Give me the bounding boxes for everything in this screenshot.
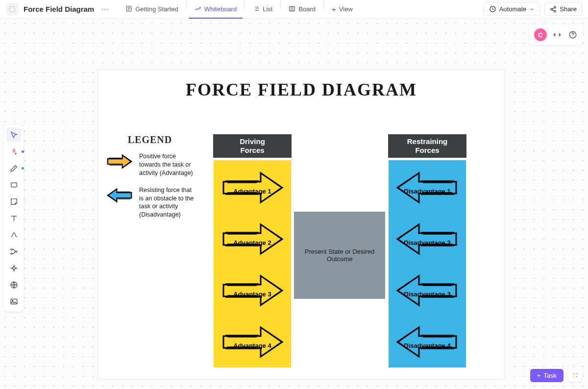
diagram-title: FORCE FIELD DIAGRAM (98, 70, 505, 100)
select-tool[interactable] (6, 127, 21, 142)
svg-point-17 (573, 376, 574, 377)
help-icon[interactable] (567, 29, 578, 40)
rectangle-tool[interactable] (6, 177, 21, 192)
driving-forces-header: Driving Forces (213, 134, 292, 158)
svg-point-9 (11, 248, 12, 250)
svg-point-16 (576, 373, 577, 374)
svg-point-18 (576, 376, 577, 377)
chevron-down-icon (529, 6, 535, 12)
svg-point-15 (573, 373, 574, 374)
page-title[interactable]: Force Field Diagram (24, 5, 94, 13)
fit-width-icon[interactable] (552, 29, 563, 40)
advantage-label: Advantage 4 (220, 342, 285, 349)
sparkle-tool[interactable] (6, 261, 21, 275)
text-tool[interactable] (6, 211, 21, 225)
disadvantage-arrow[interactable]: Disadvantage 2 (394, 216, 460, 263)
svg-point-11 (16, 251, 17, 252)
svg-rect-8 (11, 183, 16, 187)
arrow-right-icon (106, 152, 133, 170)
user-avatar[interactable]: C (534, 28, 547, 41)
disadvantage-label: Disadvantage 3 (394, 291, 460, 298)
canvas-controls: C (529, 24, 583, 45)
sticky-note-tool[interactable] (6, 194, 21, 209)
tab-whiteboard[interactable]: Whiteboard (189, 0, 243, 19)
more-options-icon[interactable]: ⋯ (97, 4, 113, 14)
advantage-arrow[interactable]: Advantage 4 (220, 318, 285, 366)
svg-rect-2 (290, 6, 295, 11)
advantage-arrow[interactable]: Advantage 2 (220, 216, 285, 263)
disadvantage-label: Disadvantage 4 (394, 342, 460, 349)
advantage-arrow[interactable]: Advantage 1 (220, 164, 285, 212)
tab-board[interactable]: Board (283, 0, 321, 19)
legend-positive-text: Positive force towards the task or activ… (139, 152, 194, 177)
disadvantage-arrow[interactable]: Disadvantage 1 (394, 164, 460, 212)
restraining-forces-column: Disadvantage 1Disadvantage 2Disadvantage… (389, 160, 466, 367)
connector-tool[interactable] (6, 227, 21, 242)
mindmap-tool[interactable] (6, 244, 21, 259)
share-button[interactable]: Share (544, 2, 582, 16)
arrow-left-icon (106, 186, 133, 204)
svg-point-4 (554, 6, 556, 8)
document-icon (6, 3, 19, 16)
svg-point-5 (551, 8, 553, 10)
automate-button[interactable]: Automate (484, 2, 541, 16)
driving-forces-column: Advantage 1Advantage 2Advantage 3Advanta… (214, 160, 291, 367)
tab-getting-started[interactable]: Getting Started (120, 0, 184, 19)
svg-point-0 (9, 6, 15, 12)
disadvantage-label: Disadvantage 1 (394, 188, 460, 195)
apps-button[interactable] (568, 368, 582, 382)
tab-add-view[interactable]: + View (326, 0, 359, 19)
svg-point-6 (554, 10, 556, 12)
disadvantage-label: Disadvantage 2 (394, 239, 460, 246)
advantage-arrow[interactable]: Advantage 3 (220, 267, 285, 315)
top-toolbar: Force Field Diagram ⋯ Getting Started Wh… (0, 0, 588, 19)
tab-list[interactable]: List (247, 0, 278, 19)
disadvantage-arrow[interactable]: Disadvantage 3 (394, 267, 460, 315)
legend: LEGEND Positive force towards the task o… (106, 134, 194, 228)
legend-negative-text: Resisting force that is an obstacle to t… (139, 186, 194, 219)
advantage-label: Advantage 3 (220, 291, 285, 298)
whiteboard-canvas[interactable]: C FORCE FIELD DIAGRAM LEGEND P (0, 19, 588, 389)
disadvantage-arrow[interactable]: Disadvantage 4 (394, 318, 460, 366)
advantage-label: Advantage 2 (220, 239, 285, 246)
svg-point-10 (11, 253, 12, 254)
image-tool[interactable] (6, 294, 21, 309)
shapes-ai-tool[interactable] (6, 144, 21, 159)
pen-tool[interactable] (6, 161, 21, 175)
center-outcome-box[interactable]: Present State or Desired Outcome (294, 212, 385, 299)
tool-dock (4, 124, 24, 312)
legend-heading: LEGEND (106, 134, 194, 146)
web-tool[interactable] (6, 277, 21, 292)
whiteboard-document[interactable]: FORCE FIELD DIAGRAM LEGEND Positive forc… (98, 70, 505, 379)
restraining-forces-header: Restraining Forces (388, 134, 466, 158)
add-task-button[interactable]: +Task (530, 369, 564, 382)
advantage-label: Advantage 1 (220, 188, 285, 195)
